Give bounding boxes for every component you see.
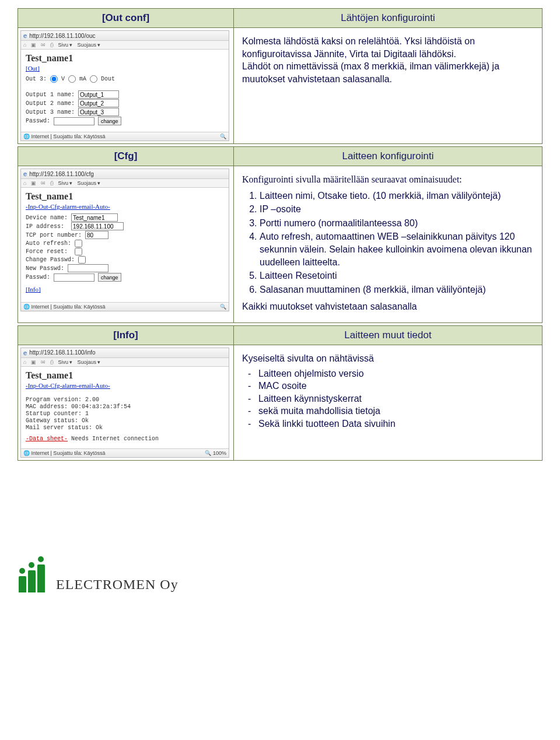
zoom-indicator: 🔍 <box>220 134 226 139</box>
info-item-2: MAC osoite <box>258 380 534 392</box>
cfg-item-2: IP –osoite <box>260 203 534 216</box>
info-intro: Kyseiseltä sivulta on nähtävissä <box>242 352 534 365</box>
mac-addr: MAC address: 00:04:a3:2a:3f:54 <box>26 404 224 410</box>
globe-icon: 🌐 <box>23 134 30 139</box>
menu-sivu[interactable]: Sivu ▾ <box>58 180 72 186</box>
feed-icon[interactable]: ▣ <box>31 180 36 186</box>
output1-row: Output 1 name: <box>26 90 224 99</box>
out-conf-screenshot-cell: e http://192.168.11.100/ouc ⌂ ▣ ✉ ⎙ Sivu… <box>18 28 234 144</box>
cfg-title: Laitteen konfigurointi <box>234 147 542 166</box>
out-conf-title: Lähtöjen konfigurointi <box>234 9 542 28</box>
change-button[interactable]: change <box>98 117 121 125</box>
startup-counter: Startup counter: 1 <box>26 411 224 417</box>
out3-dout-radio[interactable] <box>90 75 97 83</box>
browser-addressbar: e http://192.168.11.100/cfg <box>21 169 229 179</box>
out3-v-radio[interactable] <box>50 75 58 83</box>
output3-input[interactable] <box>78 108 119 116</box>
info-label: [Info] <box>18 325 234 345</box>
cfg-item-6: Salasanan muuttaminen (8 merkkiä, ilman … <box>260 283 534 296</box>
electromen-logo <box>18 560 50 592</box>
prog-ver: Program version: 2.00 <box>26 397 224 403</box>
autorefresh-check[interactable] <box>75 240 82 247</box>
cfg-list: Laitteen nimi, Otsake tieto. (10 merkkiä… <box>260 190 534 296</box>
globe-icon: 🌐 <box>23 450 30 456</box>
mail-icon[interactable]: ✉ <box>41 42 46 48</box>
zoom-indicator: 🔍 <box>220 304 226 310</box>
ip-input[interactable] <box>71 222 124 230</box>
info-section: [Info] Laitteen muut tiedot e http://192… <box>18 325 542 461</box>
menu-sivu[interactable]: Sivu ▾ <box>58 42 72 48</box>
browser-body-info: Test_name1 -Inp-Out-Cfg-alarm-email-Auto… <box>21 367 229 448</box>
cfg-intro: Konfigurointi sivulla määritellään seura… <box>242 173 534 186</box>
nav-link[interactable]: -Inp-Out-Cfg-alarm-email-Auto- <box>26 203 224 210</box>
home-icon[interactable]: ⌂ <box>23 359 26 365</box>
newpasswd-row: New Passwd: <box>26 264 224 272</box>
devname-input[interactable] <box>71 213 118 222</box>
mail-icon[interactable]: ✉ <box>41 359 46 365</box>
port-input[interactable] <box>85 231 108 239</box>
feed-icon[interactable]: ▣ <box>31 359 36 365</box>
page-title: Test_name1 <box>26 191 224 202</box>
out3-row: Out 3: V mA Dout <box>26 75 224 83</box>
info-body: Kyseiseltä sivulta on nähtävissä Laittee… <box>234 345 542 460</box>
browser-iconrow: ⌂ ▣ ✉ ⎙ Sivu ▾ Suojaus ▾ <box>21 41 229 50</box>
browser-url: http://192.168.11.100/cfg <box>29 171 94 177</box>
passwd-row: Passwd: change <box>26 117 224 125</box>
browser-window-cfg: e http://192.168.11.100/cfg ⌂ ▣ ✉ ⎙ Sivu… <box>20 169 229 311</box>
status-text: Internet | Suojattu tila: Käytössä <box>32 134 106 139</box>
page-title: Test_name1 <box>26 53 224 64</box>
browser-statusbar: 🌐 Internet | Suojattu tila: Käytössä 🔍 1… <box>21 448 229 457</box>
browser-addressbar: e http://192.168.11.100/info <box>21 348 229 358</box>
devname-row: Device name: <box>26 213 224 222</box>
cfg-item-3: Portti numero (normaalitilanteessa 80) <box>260 217 534 230</box>
feed-icon[interactable]: ▣ <box>31 42 36 48</box>
browser-statusbar: 🌐 Internet | Suojattu tila: Käytössä 🔍 <box>21 132 229 141</box>
print-icon[interactable]: ⎙ <box>50 359 53 365</box>
info-item-4: sekä muita mahdollisia tietoja <box>258 405 534 418</box>
print-icon[interactable]: ⎙ <box>50 42 53 48</box>
info-link[interactable]: [Info] <box>26 286 224 293</box>
zoom-value: 100% <box>213 450 226 456</box>
output2-input[interactable] <box>78 99 119 107</box>
nav-link[interactable]: -Inp-Out-Cfg-alarm-email-Auto- <box>26 382 224 389</box>
autorefresh-row: Auto refresh: <box>26 240 224 247</box>
passwd-input[interactable] <box>54 273 94 282</box>
port-row: TCP port number: <box>26 231 224 239</box>
mail-icon[interactable]: ✉ <box>41 180 46 186</box>
out-conf-label: [Out conf] <box>18 9 234 28</box>
change-button[interactable]: change <box>98 273 121 282</box>
home-icon[interactable]: ⌂ <box>23 180 26 186</box>
print-icon[interactable]: ⎙ <box>50 180 53 186</box>
chpasswd-row: Change Passwd: <box>26 256 224 264</box>
passwd-input[interactable] <box>54 117 94 125</box>
info-item-5: Sekä linkki tuotteen Data sivuihin <box>258 418 534 430</box>
cfg-item-4: Auto refresh, automaattinen WEB –selaini… <box>260 230 534 268</box>
menu-suojaus[interactable]: Suojaus ▾ <box>77 359 100 365</box>
out3-ma-radio[interactable] <box>68 75 76 83</box>
out-link[interactable]: [Out] <box>26 65 224 72</box>
info-screenshot-cell: e http://192.168.11.100/info ⌂ ▣ ✉ ⎙ Siv… <box>18 345 234 460</box>
menu-suojaus[interactable]: Suojaus ▾ <box>77 180 100 186</box>
home-icon[interactable]: ⌂ <box>23 42 26 48</box>
browser-body-cfg: Test_name1 -Inp-Out-Cfg-alarm-email-Auto… <box>21 188 229 302</box>
cfg-section: [Cfg] Laitteen konfigurointi e http://19… <box>18 146 542 323</box>
datasheet-line: -Data sheet- Needs Internet connection <box>26 436 224 442</box>
out-conf-section: [Out conf] Lähtöjen konfigurointi e http… <box>18 8 542 144</box>
gateway-status: Gateway status: Ok <box>26 418 224 424</box>
browser-addressbar: e http://192.168.11.100/ouc <box>21 31 229 41</box>
ie-icon: e <box>23 32 27 39</box>
browser-url: http://192.168.11.100/ouc <box>29 33 95 39</box>
info-title: Laitteen muut tiedot <box>234 325 542 345</box>
forcereset-check[interactable] <box>75 248 82 255</box>
browser-statusbar: 🌐 Internet | Suojattu tila: Käytössä 🔍 <box>21 302 229 311</box>
ip-row: IP address: <box>26 222 224 230</box>
menu-suojaus[interactable]: Suojaus ▾ <box>77 42 100 48</box>
out-conf-text: Kolmesta lähdöstä kaksi on relelähtöä. Y… <box>242 35 534 85</box>
info-list: Laitteen ohjelmisto versio MAC osoite La… <box>258 367 534 430</box>
output1-input[interactable] <box>78 90 119 99</box>
newpasswd-input[interactable] <box>68 264 108 272</box>
output2-row: Output 2 name: <box>26 99 224 107</box>
output3-row: Output 3 name: <box>26 108 224 116</box>
chpasswd-check[interactable] <box>78 256 86 264</box>
menu-sivu[interactable]: Sivu ▾ <box>58 359 72 365</box>
